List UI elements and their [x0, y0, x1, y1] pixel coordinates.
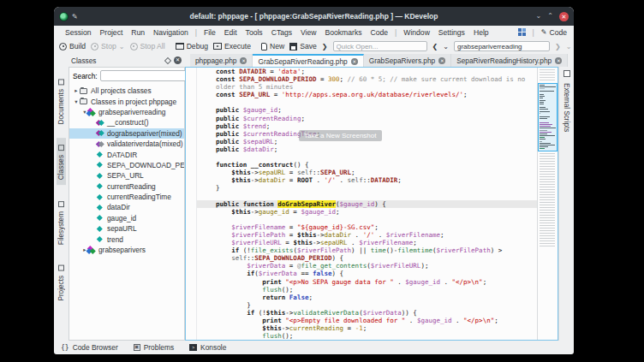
code-line[interactable]: ▼ if($riverData == false) { — [197, 270, 558, 277]
close-tab-icon[interactable]: ✕ — [438, 57, 445, 64]
execute-button[interactable]: Execute — [213, 42, 251, 50]
menu-item-session[interactable]: Session — [61, 27, 96, 38]
activities-grid-icon[interactable] — [518, 28, 526, 36]
code-line[interactable]: older than 5 minutes — [197, 83, 558, 91]
code-line[interactable]: public $gauge_id; — [197, 106, 558, 114]
save-button[interactable]: Save — [289, 42, 317, 50]
menu-item-navigation[interactable]: Navigation — [149, 27, 193, 38]
close-tab-icon[interactable]: ✕ — [555, 57, 562, 64]
code-line[interactable]: ▼ if (!$this->validateRiverData($riverDa… — [197, 309, 558, 317]
code-line[interactable]: $riverFilename = "${gauge_id}-SG.csv"; — [197, 223, 558, 231]
code-line[interactable]: public $currentReading; — [197, 115, 558, 122]
code-line[interactable]: public $trend; — [197, 122, 558, 130]
code-line[interactable]: $riverData = @file_get_contents($riverFi… — [197, 262, 558, 270]
tree-item-sepa_download_period[interactable]: SEPA_DOWNLOAD_PERIOD — [69, 160, 184, 170]
menu-item-tools[interactable]: Tools — [242, 27, 267, 38]
close-icon[interactable]: ✕ — [559, 12, 569, 21]
close-tab-icon[interactable]: ✕ — [351, 58, 358, 65]
toolbar-overflow-icon[interactable]: ❯ — [322, 43, 328, 50]
menu-item-view[interactable]: View — [296, 27, 320, 38]
code-line[interactable]: } — [197, 301, 558, 309]
close-tab-icon[interactable]: ✕ — [240, 57, 247, 64]
tree-item-datadir[interactable]: dataDir — [69, 202, 184, 212]
titlebar[interactable]: ✎ default: phppage - [ phppage:GrabSepaR… — [54, 7, 574, 26]
bottom-tab-code-browser[interactable]: {} Code Browser — [61, 343, 118, 352]
editor-search-input[interactable] — [454, 41, 550, 51]
document-tab-SepaRiverReadingHistory.php[interactable]: SepaRiverReadingHistory.php✕ — [451, 54, 568, 67]
close-panel-icon[interactable]: ✕ — [174, 56, 182, 64]
menu-item-help[interactable]: Help — [469, 27, 493, 38]
menu-item-settings[interactable]: Settings — [434, 27, 469, 38]
menu-item-project[interactable]: Project — [96, 27, 128, 38]
menu-item-run[interactable]: Run — [127, 27, 149, 38]
code-line[interactable]: const SEPA_URL = 'http://apps.sepa.org.u… — [197, 91, 558, 98]
code-line[interactable]: const DATADIR = 'data'; — [197, 68, 558, 75]
menu-item-file[interactable]: File — [200, 27, 220, 38]
left-dock-tab-classes[interactable]: Classes — [57, 138, 66, 185]
chevron-down-icon[interactable]: ⌄ — [443, 43, 449, 50]
right-dock-tab-external-scripts[interactable]: External Scripts — [562, 80, 571, 134]
code-line[interactable]: $this->currentReading = -1; — [197, 324, 558, 332]
bottom-tab-konsole[interactable]: > Konsole — [189, 343, 226, 352]
chevron-down-icon[interactable]: ⌄ — [566, 43, 572, 50]
tree-item-validateriverdata-mixed-[interactable]: validateriverdata(mixed) — [69, 139, 184, 149]
code-line[interactable] — [197, 193, 558, 200]
code-line[interactable]: print "<p>Empty file downloaded for " . … — [197, 317, 558, 324]
code-line[interactable]: $riverFilePath = $this->dataDir . '/' . … — [197, 231, 558, 239]
search-prev-icon[interactable]: ❮ — [432, 43, 438, 50]
minimize-icon[interactable]: ⌄ — [536, 13, 542, 20]
tree-item-sepa_url[interactable]: SEPA_URL — [69, 170, 184, 181]
code-line[interactable] — [197, 153, 558, 161]
tree-item-currentreading[interactable]: currentReading — [69, 181, 184, 192]
minimap-scrollbar[interactable] — [537, 68, 558, 340]
debug-button[interactable]: Debug — [176, 42, 208, 50]
tree-item-currentreadingtime[interactable]: currentReadingTime — [69, 192, 184, 202]
code-area[interactable]: const DATADIR = 'data'; const SEPA_DOWNL… — [197, 68, 558, 340]
code-line[interactable]: public $dataDir; — [197, 145, 558, 153]
quick-open-input[interactable] — [333, 41, 427, 51]
tree-item-grabseparivers[interactable]: ▸grabseparivers — [69, 245, 184, 255]
menu-item-code[interactable]: Code — [367, 27, 393, 38]
tree-item-all-projects-classes[interactable]: ▸All projects classes — [69, 86, 184, 96]
code-line[interactable] — [197, 98, 558, 106]
tree-item-gauge_id[interactable]: gauge_id — [69, 213, 184, 223]
menu-item-ctags[interactable]: CTags — [267, 27, 296, 38]
left-dock-tab-filesystem[interactable]: Filesystem — [57, 194, 66, 250]
code-line[interactable]: print "<p>No SEPA gauge data for " . $ga… — [197, 278, 558, 286]
tree-item-trend[interactable]: trend — [69, 234, 184, 244]
code-line[interactable]: ▼ public function doGrabSepaRiver($gauge… — [197, 200, 558, 208]
expander-icon[interactable]: ▾ — [73, 98, 80, 105]
search-next-icon[interactable]: ❯ — [555, 43, 561, 50]
code-line[interactable]: $this->dataDir = ROOT . '/' . self::DATA… — [197, 176, 558, 184]
code-line[interactable]: return False; — [197, 294, 558, 301]
float-panel-icon[interactable] — [164, 56, 171, 63]
code-line[interactable]: $riverFileURL = $this->sepaURL . $riverF… — [197, 239, 558, 246]
left-dock-tab-projects[interactable]: Projects — [57, 258, 66, 306]
build-button[interactable]: Build — [59, 42, 86, 50]
stop-button[interactable]: Stop ⌄ — [91, 42, 124, 50]
document-tab-GrabSepaRivers.php[interactable]: GrabSepaRivers.php✕ — [364, 54, 451, 67]
menu-item-window[interactable]: Window — [399, 27, 434, 38]
code-line[interactable]: ▼ if (!file_exists($riverFilePath) || ti… — [197, 246, 558, 254]
code-line[interactable]: $this->gauge_id = $gauge_id; — [197, 208, 558, 216]
code-line[interactable]: } — [197, 184, 558, 192]
maximize-icon[interactable]: ⌃ — [547, 13, 553, 20]
code-editor[interactable]: const DATADIR = 'data'; const SEPA_DOWNL… — [185, 67, 558, 341]
stop-all-button[interactable]: Stop All — [130, 42, 165, 50]
document-tab-GrabSepaRiverReading.php[interactable]: GrabSepaRiverReading.php✕ — [253, 54, 363, 67]
new-button[interactable]: New — [261, 42, 284, 50]
bottom-tab-problems[interactable]: Problems — [134, 343, 174, 352]
code-line[interactable]: self::SEPA_DOWNLOAD_PERIOD) { — [197, 254, 558, 262]
code-line[interactable]: flush(); — [197, 286, 558, 294]
tree-item-classes-in-project-phppage[interactable]: ▾Classes in project phppage — [69, 96, 184, 106]
tree-item-grabsepariverreading[interactable]: ▾grabsepariverreading — [69, 107, 184, 117]
code-area-button[interactable]: ✎ Code — [541, 28, 567, 37]
fold-gutter[interactable] — [186, 68, 197, 340]
minimap-viewport[interactable] — [538, 83, 558, 151]
left-dock-tab-documents[interactable]: Documents — [57, 72, 66, 129]
code-line[interactable]: flush(); — [197, 332, 558, 340]
code-line[interactable]: const SEPA_DOWNLOAD_PERIOD = 300; // 60 … — [197, 75, 558, 83]
menu-item-bookmarks[interactable]: Bookmarks — [321, 27, 367, 38]
tree-item-datadir[interactable]: DATADIR — [69, 149, 184, 159]
tree-item-sepaurl[interactable]: sepaURL — [69, 223, 184, 234]
